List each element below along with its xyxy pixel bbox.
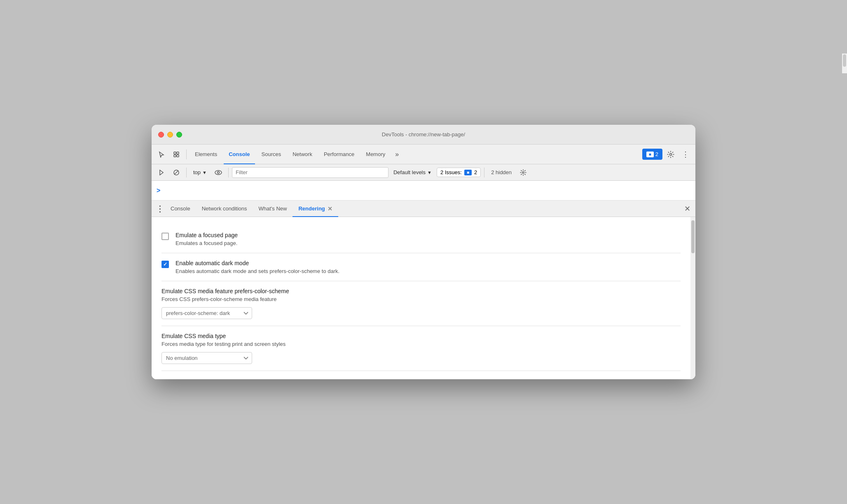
issues-count-box[interactable]: 2 Issues: ■ 2 <box>437 168 481 177</box>
emulate-focused-item: Emulate a focused page Emulates a focuse… <box>161 225 681 253</box>
default-levels-button[interactable]: Default levels ▼ <box>390 168 435 176</box>
prefers-color-scheme-section: Emulate CSS media feature prefers-color-… <box>161 281 681 326</box>
maximize-button[interactable] <box>176 132 182 138</box>
tab-memory[interactable]: Memory <box>361 145 390 164</box>
prefers-color-scheme-title: Emulate CSS media feature prefers-color-… <box>161 288 681 294</box>
cursor-icon[interactable] <box>155 148 168 161</box>
play-icon[interactable] <box>155 166 168 179</box>
emulate-focused-checkbox[interactable] <box>161 233 169 240</box>
console-gear-icon[interactable] <box>517 166 530 179</box>
bottom-tab-menu-icon[interactable]: ⋮ <box>155 204 165 214</box>
rendering-tab-close-icon[interactable]: ✕ <box>328 205 332 212</box>
svg-rect-1 <box>177 152 179 154</box>
media-type-desc: Forces media type for testing print and … <box>161 341 681 347</box>
traffic-lights <box>158 132 182 138</box>
bottom-tab-network-conditions[interactable]: Network conditions <box>196 201 253 217</box>
issues-icon: ■ <box>646 152 654 157</box>
svg-marker-5 <box>160 170 163 175</box>
console-divider-2 <box>228 168 229 177</box>
minimize-button[interactable] <box>167 132 173 138</box>
svg-line-7 <box>174 170 178 175</box>
window-title: DevTools - chrome://new-tab-page/ <box>382 131 465 138</box>
ban-icon[interactable] <box>170 166 183 179</box>
svg-point-9 <box>217 171 219 173</box>
auto-dark-mode-title: Enable automatic dark mode <box>175 260 681 266</box>
console-divider-1 <box>186 168 187 177</box>
rendering-scroll-area: Emulate a focused page Emulates a focuse… <box>152 217 695 379</box>
auto-dark-mode-checkbox[interactable] <box>161 261 169 268</box>
tab-elements[interactable]: Elements <box>190 145 222 164</box>
close-button[interactable] <box>158 132 164 138</box>
console-divider-3 <box>484 168 484 177</box>
issues-chat-icon: ■ <box>464 170 472 175</box>
auto-dark-mode-desc: Enables automatic dark mode and sets pre… <box>175 268 681 274</box>
tab-console[interactable]: Console <box>224 145 255 164</box>
svg-rect-2 <box>174 155 176 157</box>
media-type-section: Emulate CSS media type Forces media type… <box>161 326 681 371</box>
svg-point-4 <box>670 153 672 155</box>
scrollbar-thumb[interactable] <box>691 220 695 253</box>
bottom-tab-console[interactable]: Console <box>165 201 196 217</box>
inspect-element-icon[interactable] <box>170 148 183 161</box>
tab-sources[interactable]: Sources <box>257 145 286 164</box>
toolbar-divider-1 <box>186 149 187 159</box>
bottom-tab-whats-new[interactable]: What's New <box>253 201 293 217</box>
bottom-tabs: ⋮ Console Network conditions What's New … <box>152 201 695 217</box>
prefers-color-scheme-desc: Forces CSS prefers-color-scheme media fe… <box>161 296 681 302</box>
more-options-icon[interactable]: ⋮ <box>679 148 692 161</box>
tab-performance[interactable]: Performance <box>319 145 359 164</box>
media-type-title: Emulate CSS media type <box>161 333 681 339</box>
console-toolbar: top ▼ Default levels ▼ 2 Issues: ■ 2 2 h… <box>152 164 695 181</box>
svg-rect-0 <box>174 152 176 154</box>
settings-gear-icon[interactable] <box>664 148 677 161</box>
auto-dark-mode-item: Enable automatic dark mode Enables autom… <box>161 253 681 281</box>
svg-point-10 <box>522 172 524 173</box>
emulate-focused-title: Emulate a focused page <box>175 232 681 238</box>
hidden-count: 2 hidden <box>488 169 515 175</box>
media-type-select[interactable]: No emulation print screen <box>161 352 252 364</box>
emulate-focused-desc: Emulates a focused page. <box>175 240 681 246</box>
tab-network[interactable]: Network <box>288 145 317 164</box>
issues-badge[interactable]: ■ 2 <box>642 149 662 160</box>
title-bar: DevTools - chrome://new-tab-page/ <box>152 125 695 145</box>
svg-rect-3 <box>177 155 179 157</box>
bottom-tab-rendering[interactable]: Rendering ✕ <box>292 201 338 217</box>
svg-point-8 <box>215 170 222 175</box>
filter-input[interactable] <box>232 167 388 178</box>
console-prompt-icon[interactable]: > <box>157 187 160 194</box>
eye-icon[interactable] <box>212 166 225 179</box>
devtools-window: DevTools - chrome://new-tab-page/ Elemen… <box>152 125 695 379</box>
main-toolbar: Elements Console Sources Network Perform… <box>152 145 695 164</box>
prefers-color-scheme-select[interactable]: prefers-color-scheme: dark prefers-color… <box>161 307 252 319</box>
more-tabs-button[interactable]: » <box>392 148 402 161</box>
context-selector[interactable]: top ▼ <box>190 168 210 176</box>
rendering-scrollbar[interactable] <box>690 217 695 379</box>
bottom-panel: ⋮ Console Network conditions What's New … <box>152 201 695 379</box>
console-input-area: > <box>152 181 695 201</box>
rendering-content: Emulate a focused page Emulates a focuse… <box>152 217 690 379</box>
bottom-panel-close-icon[interactable]: ✕ <box>682 204 692 214</box>
